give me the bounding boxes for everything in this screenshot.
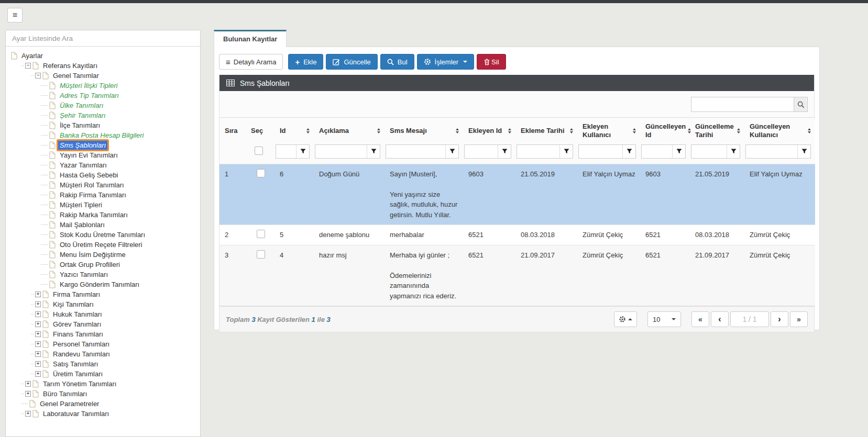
tree-item[interactable]: Rakip Firma Tanımları xyxy=(11,190,198,200)
column-header[interactable]: Sıra xyxy=(219,118,246,143)
table-row[interactable]: 16Doğum GünüSayın [Musteri], Yeni yaşını… xyxy=(219,164,815,225)
filter-button[interactable] xyxy=(445,145,458,158)
sort-icon[interactable] xyxy=(306,128,310,133)
row-checkbox[interactable] xyxy=(257,250,265,259)
filter-input[interactable] xyxy=(315,145,367,158)
column-header[interactable]: Sms Mesajı xyxy=(384,118,463,143)
sort-icon[interactable] xyxy=(808,128,811,133)
find-button[interactable]: Bul xyxy=(380,54,414,70)
settings-search-input[interactable] xyxy=(6,30,200,47)
sort-icon[interactable] xyxy=(377,128,380,133)
tree-expander-icon[interactable]: + xyxy=(35,341,41,347)
tree-item[interactable]: + Personel Tanımları xyxy=(11,339,198,349)
table-row[interactable]: 25deneme şablonumerhabalar652108.03.2018… xyxy=(219,225,815,245)
tree-item[interactable]: Hasta Geliş Sebebi xyxy=(11,170,198,180)
column-header[interactable]: Güncelleyen Id xyxy=(640,118,690,143)
tree-item[interactable]: + Hukuk Tanımları xyxy=(11,309,198,319)
column-header[interactable]: Ekleyen Id xyxy=(463,118,515,143)
row-checkbox[interactable] xyxy=(257,169,265,177)
tree-item[interactable]: Sms Şablonları xyxy=(11,140,198,150)
tree-item[interactable]: Rakip Marka Tanımları xyxy=(11,210,198,220)
tree-item[interactable]: − Referans Kayıtları xyxy=(11,61,198,71)
tree-item[interactable]: İlçe Tanımları xyxy=(11,120,198,130)
detailed-search-button[interactable]: ≡ Detaylı Arama xyxy=(219,54,283,70)
tree-expander-icon[interactable]: + xyxy=(35,361,41,367)
sort-icon[interactable] xyxy=(570,128,573,133)
tree-item[interactable]: Müşteri İlişki Tipleri xyxy=(11,81,198,91)
tree-item[interactable]: Müşteri Tipleri xyxy=(11,200,198,210)
tree-item[interactable]: + Büro Tanımları xyxy=(11,389,198,399)
tree-expander-icon[interactable]: + xyxy=(35,371,41,377)
filter-input[interactable] xyxy=(465,145,498,158)
tree-expander-icon[interactable]: + xyxy=(25,411,31,417)
tree-item[interactable]: Adres Tip Tanımları xyxy=(11,91,198,100)
menu-toggle-button[interactable]: ≡ xyxy=(7,8,23,23)
tree-item[interactable]: + Randevu Tanımları xyxy=(11,349,198,359)
column-header[interactable]: Güncelleyen Kullanıcı xyxy=(744,118,815,143)
tree-item[interactable]: + Finans Tanımları xyxy=(11,329,198,339)
tree-item[interactable]: Yazar Tanımları xyxy=(11,160,198,170)
tree-item[interactable]: + Görev Tanımları xyxy=(11,319,198,329)
tree-item[interactable]: Stok Kodu Üretme Tanımları xyxy=(11,230,198,240)
filter-input[interactable] xyxy=(579,145,622,158)
filter-button[interactable] xyxy=(727,145,740,158)
update-button[interactable]: Güncelle xyxy=(326,54,377,70)
filter-button[interactable] xyxy=(367,145,380,158)
tree-expander-icon[interactable]: − xyxy=(25,63,31,69)
filter-input[interactable] xyxy=(691,145,727,158)
tree-expander-icon[interactable]: + xyxy=(35,301,41,307)
filter-input[interactable] xyxy=(642,145,672,158)
column-header[interactable]: Ekleme Tarihi xyxy=(515,118,577,143)
tree-expander-icon[interactable]: + xyxy=(35,321,41,327)
tree-item[interactable]: Yazıcı Tanımları xyxy=(11,270,198,279)
operations-button[interactable]: İşlemler xyxy=(417,54,475,70)
prev-page-button[interactable]: ‹ xyxy=(711,311,729,327)
filter-input[interactable] xyxy=(746,145,797,158)
filter-input[interactable] xyxy=(386,145,445,158)
tree-item[interactable]: Menu İsim Değiştirme xyxy=(11,250,198,260)
tree-item[interactable]: + Satış Tanımları xyxy=(11,359,198,369)
grid-search-input[interactable] xyxy=(691,97,794,112)
filter-button[interactable] xyxy=(797,145,810,158)
column-header[interactable]: Açıklama xyxy=(314,118,384,143)
grid-settings-button[interactable] xyxy=(614,311,637,327)
filter-button[interactable] xyxy=(672,145,685,158)
tree-item[interactable]: Ülke Tanımları xyxy=(11,100,198,110)
filter-button[interactable] xyxy=(296,145,309,158)
delete-button[interactable]: Sil xyxy=(477,54,506,70)
tree-item[interactable]: Banka Posta Hesap Bilgileri xyxy=(11,130,198,140)
filter-button[interactable] xyxy=(559,145,573,158)
tree-item[interactable]: Müşteri Rol Tanımları xyxy=(11,180,198,190)
sort-icon[interactable] xyxy=(737,128,740,133)
column-header[interactable]: Seç xyxy=(246,118,274,143)
filter-button[interactable] xyxy=(622,145,635,158)
grid-search-button[interactable] xyxy=(794,97,808,112)
table-row[interactable]: 34hazır msjMerhaba iyi günler ; Ödemeler… xyxy=(219,245,815,306)
tab-bulunan-kayitlar[interactable]: Bulunan Kayıtlar xyxy=(214,30,287,47)
sort-icon[interactable] xyxy=(633,128,636,133)
tree-expander-icon[interactable]: + xyxy=(25,391,31,397)
tree-item[interactable]: − Genel Tanımlar xyxy=(11,71,198,81)
tree-item[interactable]: Genel Parametreler xyxy=(11,399,198,409)
tree-item[interactable]: + Laboratuvar Tanımları xyxy=(11,409,198,419)
column-header[interactable]: Ekleyen Kullanıcı xyxy=(577,118,640,143)
row-checkbox[interactable] xyxy=(255,147,263,155)
page-size-select[interactable]: 10 xyxy=(647,311,681,327)
filter-input[interactable] xyxy=(276,145,296,158)
tree-item[interactable]: Yayın Evi Tanımları xyxy=(11,150,198,160)
tree-item[interactable]: + Firma Tanımları xyxy=(11,289,198,299)
tree-item[interactable]: Kargo Gönderim Tanımları xyxy=(11,279,198,289)
tree-item[interactable]: Oto Üretim Reçete Filtreleri xyxy=(11,240,198,250)
tree-expander-icon[interactable]: + xyxy=(35,292,41,297)
tree-item[interactable]: + Üretim Tanımları xyxy=(11,369,198,379)
filter-input[interactable] xyxy=(517,145,559,158)
next-page-button[interactable]: › xyxy=(771,311,788,327)
tree-item[interactable]: Ortak Grup Profilleri xyxy=(11,260,198,270)
column-header[interactable]: Id xyxy=(274,118,314,143)
sort-icon[interactable] xyxy=(456,128,459,133)
last-page-button[interactable]: » xyxy=(790,311,808,327)
tree-item[interactable]: Ayarlar xyxy=(11,51,198,61)
tree-expander-icon[interactable]: + xyxy=(35,331,41,337)
column-header[interactable]: Güncelleme Tarihi xyxy=(690,118,744,143)
filter-button[interactable] xyxy=(498,145,511,158)
